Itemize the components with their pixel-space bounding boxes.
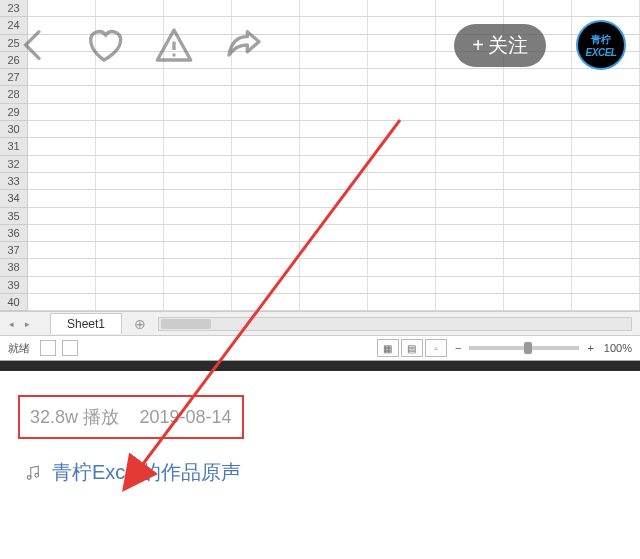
cell[interactable]	[96, 259, 164, 275]
cell[interactable]	[368, 259, 436, 275]
cell[interactable]	[96, 242, 164, 258]
cell[interactable]	[96, 0, 164, 16]
cell[interactable]	[300, 121, 368, 137]
channel-avatar[interactable]: 青柠 EXCEL	[576, 20, 626, 70]
cell[interactable]	[436, 277, 504, 293]
cell[interactable]	[300, 242, 368, 258]
zoom-percent[interactable]: 100%	[604, 342, 632, 354]
cell[interactable]	[436, 294, 504, 310]
cell[interactable]	[96, 156, 164, 172]
row-header[interactable]: 33	[0, 173, 27, 190]
cell[interactable]	[164, 294, 232, 310]
cell[interactable]	[232, 121, 300, 137]
cell[interactable]	[164, 242, 232, 258]
cell[interactable]	[436, 138, 504, 154]
row-header[interactable]: 27	[0, 69, 27, 86]
sheet-tab-1[interactable]: Sheet1	[50, 313, 122, 334]
row-header[interactable]: 35	[0, 208, 27, 225]
cell[interactable]	[368, 294, 436, 310]
cell[interactable]	[368, 156, 436, 172]
cell[interactable]	[436, 259, 504, 275]
back-icon[interactable]	[14, 25, 54, 65]
heart-icon[interactable]	[84, 25, 124, 65]
row-header[interactable]: 29	[0, 104, 27, 121]
cell[interactable]	[436, 69, 504, 85]
warning-icon[interactable]	[154, 25, 194, 65]
row-header[interactable]: 40	[0, 294, 27, 311]
cell[interactable]	[164, 156, 232, 172]
cell[interactable]	[572, 173, 640, 189]
cell[interactable]	[300, 156, 368, 172]
cell[interactable]	[504, 190, 572, 206]
cell[interactable]	[572, 0, 640, 16]
cell[interactable]	[504, 104, 572, 120]
cell[interactable]	[28, 294, 96, 310]
row-header[interactable]: 28	[0, 86, 27, 103]
cell[interactable]	[368, 86, 436, 102]
audio-source[interactable]: 青柠Excel的作品原声	[18, 459, 622, 486]
cell[interactable]	[300, 190, 368, 206]
row-header[interactable]: 34	[0, 190, 27, 207]
cell[interactable]	[504, 242, 572, 258]
view-normal-icon[interactable]: ▦	[377, 339, 399, 357]
cell[interactable]	[504, 259, 572, 275]
cell[interactable]	[436, 121, 504, 137]
cell[interactable]	[164, 86, 232, 102]
cell[interactable]	[232, 242, 300, 258]
zoom-thumb[interactable]	[524, 342, 532, 354]
zoom-slider[interactable]	[469, 346, 579, 350]
cell[interactable]	[232, 259, 300, 275]
cell[interactable]	[96, 225, 164, 241]
cell[interactable]	[96, 208, 164, 224]
cell[interactable]	[572, 225, 640, 241]
row-header[interactable]: 36	[0, 225, 27, 242]
cell[interactable]	[28, 86, 96, 102]
cell[interactable]	[368, 242, 436, 258]
row-header[interactable]: 31	[0, 138, 27, 155]
cell[interactable]	[232, 225, 300, 241]
scrollbar-thumb[interactable]	[161, 319, 211, 329]
cell[interactable]	[504, 0, 572, 16]
cell[interactable]	[28, 208, 96, 224]
cell[interactable]	[232, 208, 300, 224]
cell[interactable]	[96, 104, 164, 120]
row-header[interactable]: 30	[0, 121, 27, 138]
cell[interactable]	[164, 0, 232, 16]
cell[interactable]	[572, 208, 640, 224]
cell[interactable]	[572, 277, 640, 293]
cell[interactable]	[504, 138, 572, 154]
cell[interactable]	[300, 208, 368, 224]
cell[interactable]	[232, 190, 300, 206]
cell[interactable]	[28, 225, 96, 241]
cell[interactable]	[28, 173, 96, 189]
cell[interactable]	[368, 0, 436, 16]
cell[interactable]	[436, 86, 504, 102]
cell[interactable]	[96, 294, 164, 310]
cell[interactable]	[96, 173, 164, 189]
cell[interactable]	[28, 190, 96, 206]
cell[interactable]	[232, 173, 300, 189]
cell[interactable]	[572, 104, 640, 120]
cell[interactable]	[164, 277, 232, 293]
cell[interactable]	[504, 208, 572, 224]
cell[interactable]	[572, 190, 640, 206]
cell[interactable]	[164, 208, 232, 224]
cell[interactable]	[300, 277, 368, 293]
cell[interactable]	[368, 104, 436, 120]
follow-button[interactable]: + 关注	[454, 24, 546, 67]
cell[interactable]	[300, 225, 368, 241]
cell[interactable]	[300, 69, 368, 85]
cell[interactable]	[436, 156, 504, 172]
cell[interactable]	[504, 225, 572, 241]
cell[interactable]	[368, 208, 436, 224]
cell[interactable]	[300, 138, 368, 154]
cell[interactable]	[368, 138, 436, 154]
cell[interactable]	[164, 121, 232, 137]
cell[interactable]	[28, 242, 96, 258]
cell[interactable]	[96, 190, 164, 206]
cell[interactable]	[232, 0, 300, 16]
row-header[interactable]: 37	[0, 242, 27, 259]
cell[interactable]	[164, 138, 232, 154]
cell[interactable]	[436, 190, 504, 206]
cell[interactable]	[96, 86, 164, 102]
